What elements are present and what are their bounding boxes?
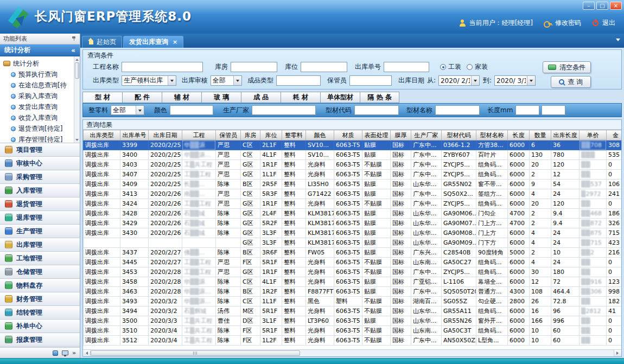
cell-surface[interactable]: 贴膜	[362, 180, 391, 189]
cell-location[interactable]: 1R1F	[260, 160, 282, 170]
cell-surface[interactable]: 不贴膜	[362, 170, 391, 180]
cell-order-no[interactable]: 3399	[120, 141, 149, 150]
cell-color[interactable]: KLM3817	[306, 219, 334, 228]
cell-film[interactable]: 国标	[391, 267, 411, 277]
cell-location[interactable]: 1R2F	[260, 287, 282, 297]
cell-project[interactable]: 华▒▒源...	[182, 297, 216, 306]
cell-out-length[interactable]: 60	[551, 326, 580, 336]
cell-unit-price[interactable]: ▒▒	[580, 297, 607, 306]
cell-project[interactable]: 工▒▒工程	[182, 170, 216, 180]
cell-film[interactable]: 国标	[391, 316, 411, 326]
cell-amount[interactable]: 0	[607, 199, 622, 209]
cell-out-length[interactable]: 464.4	[551, 287, 580, 297]
cell-profile-name[interactable]: 组角码...	[476, 306, 508, 316]
col-manufacturer[interactable]: 生产厂家	[411, 130, 442, 141]
cell-manufacturer[interactable]: 广亚铝...	[411, 277, 442, 287]
cell-profile-name[interactable]: 组角码...	[476, 199, 508, 209]
table-row[interactable]: 调拨出库35122020/3/4工▒共工程陈琳F区1L2F整料光身料6063-T…	[84, 336, 622, 346]
product-type-input[interactable]	[276, 75, 321, 86]
cell-amount[interactable]: 326	[607, 219, 622, 228]
cell-profile-code[interactable]: AN50X50Z2	[442, 336, 476, 346]
cell-manufacturer[interactable]: 山东华...	[411, 209, 442, 219]
cell-whole-part[interactable]: 整料	[282, 189, 306, 199]
cell-length[interactable]: 2800	[508, 297, 530, 306]
table-row[interactable]: 调拨出库34072020/2/25工▒▒工程严思G区1L1F整料光身料6063-…	[84, 170, 622, 180]
cell-profile-name[interactable]: 方管38...	[476, 141, 508, 150]
pin-icon[interactable]	[72, 36, 77, 41]
cell-project[interactable]: 石▒▒城	[182, 219, 216, 228]
horizontal-scrollbar[interactable]	[83, 349, 621, 356]
cell-color[interactable]: KLM3817	[306, 209, 334, 219]
cell-project[interactable]: 工▒共工程	[182, 160, 216, 170]
cell-manufacturer[interactable]: 广东兴...	[411, 248, 442, 258]
cell-location[interactable]: 4L1F	[260, 277, 282, 287]
cell-length[interactable]: 5000	[508, 248, 530, 258]
cell-profile-name[interactable]: 组角码...	[476, 267, 508, 277]
monitor-icon[interactable]	[62, 350, 68, 355]
maximize-button[interactable]: □	[596, 2, 608, 10]
cell-project[interactable]: 工▒共工程	[182, 316, 216, 326]
manufacturer-input[interactable]	[252, 105, 316, 115]
cell-out-date[interactable]	[149, 238, 182, 248]
cell-color[interactable]: 光身料	[306, 258, 334, 267]
table-row[interactable]: 调拨出库34292020/2/26石▒▒城陈琳G区5R2F整料KLM381760…	[84, 219, 622, 228]
profile-code-input[interactable]	[354, 105, 399, 115]
scrollbar-track[interactable]	[91, 350, 614, 356]
cell-manufacturer[interactable]: 广东中...	[411, 199, 442, 209]
cell-keeper[interactable]: 陈琳	[216, 297, 241, 306]
cell-surface[interactable]: 不贴膜	[362, 199, 391, 209]
col-location[interactable]: 库位	[260, 130, 282, 141]
cell-location[interactable]: 2L1F	[260, 141, 282, 150]
cell-manufacturer[interactable]: 山东南...	[411, 326, 442, 336]
cell-film[interactable]: 国标	[391, 277, 411, 287]
cell-location[interactable]: 5R3F	[260, 189, 282, 199]
cell-out-length[interactable]: 72.8	[551, 297, 580, 306]
tree-item-6[interactable]: 库存管理[待定]	[3, 134, 72, 143]
cell-out-date[interactable]: 2020/2/26	[149, 228, 182, 238]
cell-warehouse[interactable]: C区	[241, 297, 260, 306]
cell-order-no[interactable]: 3437	[120, 248, 149, 258]
cell-order-no[interactable]: 3512	[120, 336, 149, 346]
material-tab-5[interactable]: 耗 材	[281, 92, 320, 103]
table-row[interactable]: G区3L3F整料KLM38176063-T5贴膜国标山东华...GA90M09.…	[84, 238, 622, 248]
cell-amount[interactable]: 308	[607, 141, 622, 150]
col-surface[interactable]: 表面处理	[362, 130, 391, 141]
cell-amount[interactable]: 715	[607, 228, 622, 238]
scrollbar-thumb[interactable]	[91, 350, 300, 356]
cell-manufacturer[interactable]: 广东中...	[411, 287, 442, 297]
cell-location[interactable]: 1R1F	[260, 199, 282, 209]
cell-color[interactable]: 光身料	[306, 170, 334, 180]
col-profile-code[interactable]: 型材代码	[442, 130, 476, 141]
cell-order-no[interactable]: 3445	[120, 258, 149, 267]
cell-unit-price[interactable]: ▒▒708	[580, 141, 607, 150]
cell-qty[interactable]: 4	[530, 189, 551, 199]
cell-profile-code[interactable]: SQ50X2...	[442, 189, 476, 199]
cell-outbound-type[interactable]: 调拨出库	[84, 336, 120, 346]
cell-warehouse[interactable]: F区	[241, 336, 260, 346]
cell-out-length[interactable]: 996	[551, 316, 580, 326]
radio-industrial[interactable]: 工装	[440, 62, 461, 72]
cell-surface[interactable]: 贴膜	[362, 287, 391, 297]
outbound-type-select[interactable]: 生产领料出库	[122, 75, 176, 86]
col-material[interactable]: 材质	[334, 130, 362, 141]
cell-unit-price[interactable]: ▒▒537	[580, 180, 607, 189]
cell-outbound-type[interactable]: 调拨出库	[84, 189, 120, 199]
cell-out-date[interactable]: 2020/2/27	[149, 248, 182, 258]
cell-out-date[interactable]: 2020/2/26	[149, 219, 182, 228]
cell-surface[interactable]: 不贴膜	[362, 336, 391, 346]
cell-project[interactable]: 华▒▒源	[182, 277, 216, 287]
cell-location[interactable]: 3L3F	[260, 228, 282, 238]
cell-whole-part[interactable]: 整料	[282, 258, 306, 267]
table-row[interactable]: 调拨出库34582020/2/28华▒▒源陈琳C区4L1F整料光身料6063-T…	[84, 277, 622, 287]
cell-profile-name[interactable]: 窗外开...	[476, 316, 508, 326]
col-color[interactable]: 颜色	[306, 130, 334, 141]
cell-length[interactable]: 6000	[508, 238, 530, 248]
minimize-button[interactable]: –	[583, 2, 595, 10]
cell-qty[interactable]: 6	[530, 141, 551, 150]
table-row[interactable]: 调拨出库34002020/2/25华▒▒源...严思C区4L1F整料SV10..…	[84, 150, 622, 160]
cell-manufacturer[interactable]: 山东华...	[411, 316, 442, 326]
cell-outbound-type[interactable]: 调拨出库	[84, 306, 120, 316]
cell-amount[interactable]: 216	[607, 248, 622, 258]
tab-close-icon[interactable]: ×	[173, 39, 177, 46]
date-from-picker[interactable]: 2020/ 2/16	[438, 75, 480, 86]
